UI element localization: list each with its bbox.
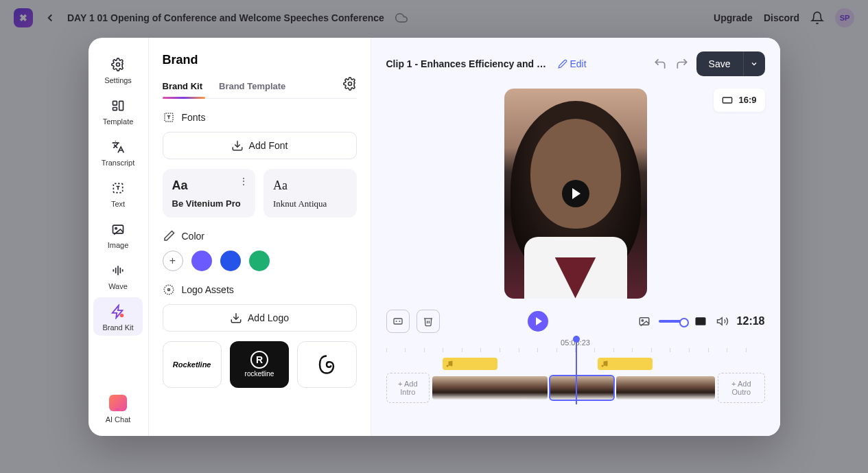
logo-icon xyxy=(163,284,175,296)
sidebar-label: Wave xyxy=(108,282,128,290)
clip-title: Clip 1 - Enhances Efficiency and Effe... xyxy=(386,58,551,69)
svg-marker-24 xyxy=(717,317,722,325)
svg-rect-23 xyxy=(695,317,705,325)
svg-rect-19 xyxy=(723,97,732,103)
tab-brand-kit[interactable]: Brand Kit xyxy=(163,77,203,98)
sidebar-label: Text xyxy=(111,200,125,208)
tab-brand-template[interactable]: Brand Template xyxy=(219,77,285,98)
modal-sidebar: Settings Template Transcript Text Image … xyxy=(89,38,149,436)
chat-icon xyxy=(109,395,127,411)
delete-button[interactable] xyxy=(417,310,440,333)
font-preview: Aa xyxy=(273,178,347,193)
audio-segment[interactable] xyxy=(598,358,653,370)
save-dropdown[interactable] xyxy=(743,51,765,76)
logo-asset[interactable]: R rocketline xyxy=(230,341,289,388)
volume-icon[interactable] xyxy=(715,314,730,329)
image-small-icon[interactable] xyxy=(637,314,652,329)
edit-button[interactable]: Edit xyxy=(558,58,587,69)
play-button[interactable] xyxy=(528,311,548,332)
sidebar-label: Transcript xyxy=(102,159,135,167)
svg-point-16 xyxy=(164,285,174,295)
sidebar-label: Image xyxy=(108,241,129,249)
sidebar-label: AI Chat xyxy=(106,415,131,424)
clip-segment[interactable] xyxy=(616,376,715,400)
color-swatch[interactable] xyxy=(191,251,212,271)
video-preview[interactable] xyxy=(504,89,647,299)
audio-segment[interactable] xyxy=(443,358,497,370)
brand-panel: Brand Brand Kit Brand Template Fonts Add… xyxy=(149,38,371,436)
svg-rect-3 xyxy=(113,107,117,110)
sidebar-item-transcript[interactable]: Transcript xyxy=(93,132,143,171)
sidebar-item-image[interactable]: Image xyxy=(93,215,143,253)
add-logo-button[interactable]: Add Logo xyxy=(163,304,357,332)
svg-point-12 xyxy=(120,313,124,317)
section-label: Color xyxy=(182,231,204,242)
add-font-button[interactable]: Add Font xyxy=(163,132,357,159)
play-overlay-icon[interactable] xyxy=(562,180,589,207)
modal-overlay: Settings Template Transcript Text Image … xyxy=(0,0,868,473)
svg-rect-2 xyxy=(119,101,124,110)
add-intro-button[interactable]: + Add Intro xyxy=(386,373,430,403)
brandkit-icon xyxy=(110,304,126,319)
save-button[interactable]: Save xyxy=(696,51,743,76)
section-label: Fonts xyxy=(182,112,206,123)
image-icon xyxy=(110,222,126,237)
image-large-icon[interactable] xyxy=(693,314,708,329)
more-icon[interactable]: ⋮ xyxy=(239,176,248,187)
preview-panel: Clip 1 - Enhances Efficiency and Effe...… xyxy=(371,38,780,436)
brand-tabs: Brand Kit Brand Template xyxy=(163,77,357,99)
template-icon xyxy=(110,98,126,113)
sidebar-item-template[interactable]: Template xyxy=(93,91,143,130)
svg-point-17 xyxy=(167,288,169,290)
sidebar-label: Template xyxy=(103,117,134,126)
save-button-group: Save xyxy=(696,51,765,76)
font-preview: Aa xyxy=(172,178,246,193)
sidebar-item-settings[interactable]: Settings xyxy=(93,50,143,89)
gear-icon xyxy=(110,57,126,72)
brand-modal: Settings Template Transcript Text Image … xyxy=(89,38,780,436)
sidebar-item-text[interactable]: Text xyxy=(93,174,143,212)
svg-point-6 xyxy=(115,227,117,229)
clip-segment-selected[interactable] xyxy=(550,376,613,400)
svg-point-13 xyxy=(348,82,351,85)
font-card[interactable]: Aa Inknut Antiqua xyxy=(263,169,357,218)
redo-icon[interactable] xyxy=(675,56,690,71)
svg-point-0 xyxy=(117,62,120,66)
captions-toggle[interactable] xyxy=(386,310,410,333)
tab-indicator xyxy=(163,97,205,99)
svg-rect-1 xyxy=(113,101,117,105)
eyedropper-icon xyxy=(163,230,175,242)
logo-asset[interactable] xyxy=(297,341,356,388)
svg-rect-5 xyxy=(113,225,124,233)
font-name: Be Vitenium Pro xyxy=(172,198,246,209)
sidebar-item-wave[interactable]: Wave xyxy=(93,256,143,295)
timeline: 05:08:23 + Add Intro xyxy=(386,338,765,403)
undo-icon[interactable] xyxy=(653,56,668,71)
logo-asset[interactable]: Rocketline xyxy=(163,341,222,388)
color-section: Color + xyxy=(163,230,357,271)
svg-rect-21 xyxy=(640,317,649,325)
zoom-slider[interactable] xyxy=(659,320,686,323)
duration-label: 12:18 xyxy=(737,315,765,327)
clip-segment[interactable] xyxy=(432,376,548,400)
sidebar-item-aichat[interactable]: AI Chat xyxy=(93,395,143,424)
color-swatch[interactable] xyxy=(249,251,270,271)
sidebar-label: Settings xyxy=(104,76,132,84)
svg-rect-20 xyxy=(394,319,402,324)
aspect-ratio-button[interactable]: 16:9 xyxy=(714,89,764,112)
wave-icon xyxy=(110,263,126,278)
sidebar-label: Brand Kit xyxy=(102,323,133,332)
fonts-icon xyxy=(163,111,175,124)
fonts-section: Fonts Add Font ⋮ Aa Be Vitenium Pro Aa I… xyxy=(163,111,357,218)
add-outro-button[interactable]: + Add Outro xyxy=(718,373,764,403)
gear-icon[interactable] xyxy=(343,77,357,98)
font-card[interactable]: ⋮ Aa Be Vitenium Pro xyxy=(163,169,256,218)
add-color-button[interactable]: + xyxy=(163,251,183,271)
playhead[interactable] xyxy=(576,338,577,404)
section-label: Logo Assets xyxy=(182,284,234,295)
sidebar-item-brandkit[interactable]: Brand Kit xyxy=(93,297,143,336)
font-name: Inknut Antiqua xyxy=(273,198,347,209)
transcript-icon xyxy=(110,139,126,154)
color-swatch[interactable] xyxy=(220,251,241,271)
svg-point-22 xyxy=(642,319,643,321)
